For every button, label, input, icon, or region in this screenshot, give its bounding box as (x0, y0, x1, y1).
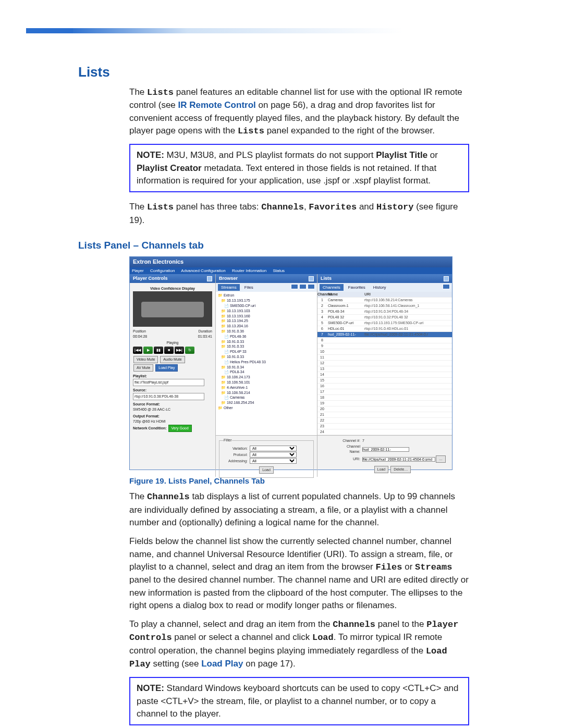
channel-name-input[interactable] (362, 447, 409, 452)
collapse-icon[interactable] (309, 276, 314, 281)
table-row[interactable]: 5SME500-CP-urirtsp://10.13.193.175:SME50… (317, 320, 452, 326)
table-row[interactable]: 24 (317, 429, 452, 435)
filter-addressing[interactable]: All (250, 458, 297, 464)
tree-item[interactable]: 10.13.193.103 (218, 309, 315, 314)
tree-item[interactable]: PDL48-36 (218, 334, 315, 339)
table-row[interactable]: 8 (317, 338, 452, 343)
tree-item[interactable]: 10.13.204.16 (218, 324, 315, 329)
filter-load-button[interactable]: Load (259, 466, 274, 474)
tab-streams[interactable]: Streams (218, 284, 240, 291)
browser-tabs: Streams Files (216, 283, 317, 292)
table-row[interactable]: 7hud_2009-02-11-file://Clips/hud_2009-02… (317, 332, 452, 338)
stop-button[interactable]: ■ (164, 347, 174, 354)
av-mute-button[interactable]: AV Mute (133, 364, 153, 372)
filter-variation[interactable]: All (250, 446, 297, 451)
table-row[interactable]: 15 (317, 378, 452, 384)
loop-button[interactable]: ↻ (185, 347, 194, 354)
channels-table[interactable]: Channel Name URI 1Camerasrtsp://10.106.5… (317, 292, 452, 435)
tree-item[interactable]: 10.91.0.34 (218, 365, 315, 370)
play-button[interactable]: ▶ (143, 347, 153, 354)
tree-item[interactable]: PDL8-34 (218, 369, 315, 375)
table-row[interactable]: 9 (317, 343, 452, 349)
table-row[interactable]: 6HDLoc-01rtsp://10.91.0.40:HDLoc-01 (317, 326, 452, 332)
tree-item[interactable]: 10.106.24.173 (218, 375, 315, 380)
output-format-label: Output Format: (133, 414, 212, 419)
panel-head-browser: Browser (216, 274, 317, 283)
menu-advanced[interactable]: Advanced Configuration (181, 268, 225, 273)
table-row[interactable]: 11 (317, 355, 452, 361)
tree-item[interactable]: 10.13.194.25 (218, 318, 315, 324)
table-row[interactable]: 4PDL48 32rtsp://10.91.0.32:PDL48 32 (317, 315, 452, 320)
tree-item[interactable]: 10.106.58.101 (218, 380, 315, 385)
tree-item[interactable]: 10.106.58.214 (218, 390, 315, 396)
filter-protocol[interactable]: All (250, 452, 297, 458)
channel-load-button[interactable]: Load (374, 466, 389, 473)
table-row[interactable]: 17 (317, 389, 452, 395)
tree-item[interactable]: Cameras (218, 395, 315, 400)
tree-item[interactable]: 10.91.0.33 (218, 344, 315, 349)
tab-channels[interactable]: Channels (320, 284, 344, 291)
table-row[interactable]: 14 (317, 372, 452, 378)
menu-router[interactable]: Router Information (232, 268, 266, 273)
table-row[interactable]: 10 (317, 349, 452, 355)
link-load-play[interactable]: Load Play (201, 659, 243, 669)
next-button[interactable]: ▶▶| (175, 347, 184, 354)
stream-tree[interactable]: Extron10.13.193.175SME500-CP-uri10.13.19… (216, 292, 317, 435)
source-label: Source: (133, 388, 212, 393)
table-row[interactable]: 12 (317, 361, 452, 366)
menu-player[interactable]: Player (132, 268, 144, 273)
source-input[interactable]: rtsp://10.91.0.38:PDL48-38 (133, 393, 204, 400)
table-row[interactable]: 13 (317, 366, 452, 372)
tree-item[interactable]: SME500-CP-uri (218, 303, 315, 309)
table-row[interactable]: 2Classroom-1rtsp://10.106.58.141:Classro… (317, 303, 452, 309)
tree-icon[interactable] (308, 284, 315, 289)
tree-item[interactable]: 4-Aerohive-1 (218, 385, 315, 390)
collapse-icon[interactable] (207, 276, 212, 281)
table-row[interactable]: 18 (317, 395, 452, 401)
tree-icon[interactable] (291, 284, 298, 289)
table-row[interactable]: 23 (317, 424, 452, 429)
tree-item[interactable]: PDL4P 33 (218, 349, 315, 354)
load-play-button[interactable]: Load Play (155, 364, 178, 372)
table-row[interactable]: 20 (317, 406, 452, 412)
note-box-shortcuts: NOTE: Standard Windows keyboard shortcut… (129, 677, 469, 725)
col-channel: Channel (317, 292, 327, 297)
tree-item[interactable]: Extron (218, 293, 315, 298)
audio-mute-button[interactable]: Audio Mute (160, 356, 185, 363)
tree-item[interactable]: 10.13.193.175 (218, 298, 315, 303)
menu-status[interactable]: Status (273, 268, 285, 273)
channel-delete-button[interactable]: Delete… (390, 466, 411, 473)
table-row[interactable]: 22 (317, 418, 452, 424)
tab-files[interactable]: Files (241, 284, 256, 291)
tree-item[interactable]: Other (218, 405, 315, 411)
tree-item[interactable]: 10.91.0.36 (218, 329, 315, 334)
tab-favorites[interactable]: Favorites (345, 284, 369, 291)
link-ir-remote-1[interactable]: IR Remote Control (178, 100, 256, 110)
tree-item[interactable]: 10.91.0.33 (218, 339, 315, 344)
channel-number-value: 7 (362, 438, 364, 443)
collapse-icon[interactable] (444, 276, 449, 281)
menu-configuration[interactable]: Configuration (150, 268, 175, 273)
refresh-icon[interactable] (443, 284, 450, 289)
table-row[interactable]: 19 (317, 401, 452, 406)
table-row[interactable]: 3PDL48-34rtsp://10.91.0.34:PDL48-34 (317, 309, 452, 315)
tab-history[interactable]: History (370, 284, 389, 291)
uri-ellipsis-button[interactable]: … (436, 455, 446, 463)
tree-icon[interactable] (299, 284, 307, 289)
figure-screenshot: Extron Electronics Player Configuration … (129, 256, 452, 470)
channel-uri-input[interactable] (362, 457, 435, 462)
network-status-badge: Very Good (168, 425, 192, 432)
prev-button[interactable]: |◀◀ (133, 347, 142, 354)
tree-item[interactable]: 192.168.254.254 (218, 400, 315, 405)
tree-item[interactable]: 10.13.193.160 (218, 314, 315, 319)
video-mute-button[interactable]: Video Mute (133, 356, 158, 363)
tree-item[interactable]: 10.91.0.33 (218, 354, 315, 360)
output-format-value: 720p @60 Hz HDMI (133, 419, 212, 424)
table-row[interactable]: 1Camerasrtsp://10.106.58.214:Cameras (317, 298, 452, 303)
playlist-input[interactable]: file://TestPlayList.jspf (133, 379, 204, 386)
tree-item[interactable]: Helios Pres PDL48 33 (218, 360, 315, 365)
pause-button[interactable]: ▮▮ (154, 347, 163, 354)
table-row[interactable]: 16 (317, 384, 452, 389)
network-label: Network Condition: (133, 426, 167, 430)
table-row[interactable]: 21 (317, 412, 452, 418)
